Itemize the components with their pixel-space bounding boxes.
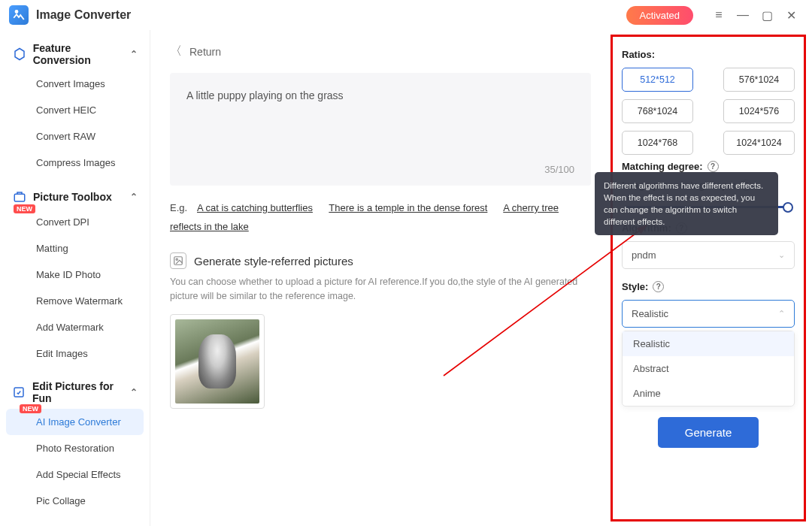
sidebar-item-convert-dpi[interactable]: NEWConvert DPI [0, 209, 150, 235]
maximize-button[interactable]: ▢ [755, 3, 779, 27]
style-section-head: Generate style-referred pictures [170, 252, 591, 269]
image-icon [170, 252, 186, 269]
example-link[interactable]: There is a temple in the dense forest [329, 202, 487, 213]
svg-rect-2 [14, 388, 23, 397]
style-option[interactable]: Realistic [623, 331, 794, 356]
style-section-desc: You can choose whether to upload a pictu… [170, 275, 591, 304]
svg-point-4 [176, 258, 177, 260]
sidebar-item-matting[interactable]: Matting [0, 235, 150, 261]
sidebar-group-feature-conversion[interactable]: Feature Conversion ⌃ [0, 38, 150, 71]
style-label: Style:? [622, 281, 795, 292]
prompt-textarea[interactable]: A little puppy playing on the grass 35/1… [170, 73, 591, 186]
titlebar: Image Converter Activated ≡ — ▢ ✕ [0, 0, 812, 30]
reference-thumbnail[interactable] [170, 314, 265, 409]
style-option[interactable]: Abstract [623, 356, 794, 381]
prompt-text: A little puppy playing on the grass [186, 89, 574, 101]
eg-label: E.g. [170, 202, 187, 213]
char-count: 35/100 [544, 164, 574, 175]
sidebar-item-pic-collage[interactable]: Pic Collage [0, 488, 150, 514]
activated-badge[interactable]: Activated [626, 6, 693, 25]
ratio-option[interactable]: 1024*576 [723, 99, 795, 123]
hexagon-icon [12, 47, 27, 62]
example-row: E.g. A cat is catching butterflies There… [170, 199, 591, 236]
sidebar: Feature Conversion ⌃ Convert Images Conv… [0, 30, 150, 526]
chevron-left-icon: 〈 [170, 44, 182, 59]
ratio-option[interactable]: 512*512 [622, 68, 693, 92]
new-badge: NEW [14, 204, 35, 213]
sidebar-item-convert-heic[interactable]: Convert HEIC [0, 97, 150, 123]
sidebar-item-compress-images[interactable]: Compress Images [0, 150, 150, 176]
sidebar-item-make-id-photo[interactable]: Make ID Photo [0, 261, 150, 288]
sidebar-item-convert-images[interactable]: Convert Images [0, 71, 150, 97]
sidebar-group-label: Edit Pictures for Fun [32, 380, 130, 404]
style-dropdown: Realistic Abstract Anime [622, 331, 795, 407]
sidebar-group-label: Feature Conversion [33, 42, 130, 66]
thumbnail-image [175, 319, 259, 404]
style-option[interactable]: Anime [623, 381, 794, 406]
ratio-option[interactable]: 576*1024 [723, 68, 795, 92]
settings-panel: Ratios: 512*512 576*1024 768*1024 1024*5… [611, 35, 806, 521]
sidebar-item-edit-images[interactable]: Edit Images [0, 340, 150, 367]
example-link[interactable]: A cat is catching butterflies [197, 202, 313, 213]
main-content: 〈 Return A little puppy playing on the g… [150, 30, 611, 526]
sidebar-item-add-special-effects[interactable]: Add Special Effects [0, 461, 150, 488]
chevron-up-icon: ⌃ [778, 309, 785, 319]
sidebar-item-ai-image-converter[interactable]: NEWAI Image Converter [6, 409, 144, 435]
minimize-button[interactable]: — [731, 3, 755, 27]
return-button[interactable]: 〈 Return [170, 44, 591, 59]
algorithm-tooltip: Different algorithms have different effe… [595, 172, 778, 235]
sidebar-group-label: Picture Toolbox [33, 191, 112, 203]
app-logo-icon [9, 5, 29, 25]
return-label: Return [189, 46, 221, 58]
sidebar-item-photo-restoration[interactable]: Photo Restoration [0, 435, 150, 461]
ratio-option[interactable]: 1024*1024 [723, 131, 795, 155]
ratio-option[interactable]: 1024*768 [622, 131, 693, 155]
toolbox-icon [12, 189, 27, 204]
sidebar-item-remove-watermark[interactable]: Remove Watermark [0, 288, 150, 314]
style-section-title: Generate style-referred pictures [194, 255, 353, 268]
generate-button[interactable]: Generate [658, 417, 759, 448]
close-button[interactable]: ✕ [779, 3, 803, 27]
sidebar-item-convert-raw[interactable]: Convert RAW [0, 123, 150, 150]
chevron-up-icon: ⌃ [130, 49, 138, 59]
sidebar-item-add-watermark[interactable]: Add Watermark [0, 314, 150, 340]
ratios-label: Ratios: [622, 49, 795, 60]
algorithm-value: pndm [632, 249, 656, 261]
svg-rect-1 [14, 194, 25, 201]
hamburger-icon[interactable]: ≡ [707, 3, 731, 27]
style-select[interactable]: Realistic ⌃ [622, 300, 795, 328]
app-title: Image Converter [36, 8, 131, 22]
ratio-option[interactable]: 768*1024 [622, 99, 693, 123]
help-icon[interactable]: ? [653, 281, 664, 292]
chevron-down-icon: ⌄ [778, 250, 785, 260]
help-icon[interactable]: ? [707, 161, 719, 172]
chevron-up-icon: ⌃ [130, 192, 138, 202]
slider-thumb[interactable] [783, 202, 793, 213]
style-value: Realistic [632, 308, 668, 319]
matching-degree-label: Matching degree:? [622, 161, 795, 172]
new-badge: NEW [20, 404, 41, 413]
magic-icon [12, 385, 26, 400]
svg-rect-3 [174, 257, 183, 265]
svg-point-0 [16, 11, 18, 13]
algorithm-select[interactable]: pndm ⌄ [622, 241, 795, 269]
chevron-up-icon: ⌃ [130, 387, 138, 398]
